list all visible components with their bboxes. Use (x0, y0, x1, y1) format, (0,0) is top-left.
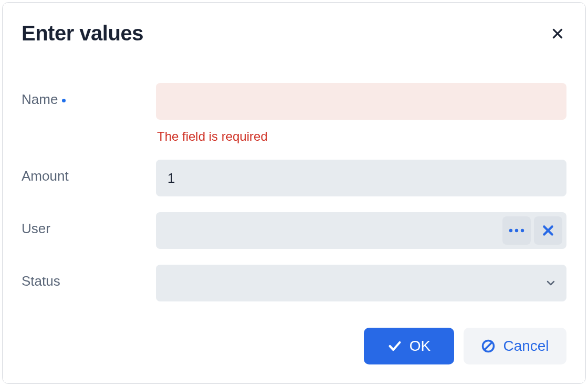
name-error-text: The field is required (157, 129, 566, 144)
svg-point-4 (521, 229, 524, 232)
name-input[interactable] (156, 83, 566, 120)
name-control: The field is required (156, 83, 566, 144)
ellipsis-icon (508, 228, 526, 233)
amount-input[interactable] (156, 160, 566, 196)
user-picker[interactable] (156, 212, 566, 249)
dialog-title: Enter values (22, 22, 143, 45)
svg-line-8 (485, 342, 492, 350)
user-label: User (22, 212, 156, 237)
amount-label: Amount (22, 160, 156, 184)
svg-point-2 (509, 229, 512, 232)
amount-control (156, 160, 566, 196)
close-button[interactable] (549, 25, 566, 43)
cancel-icon (481, 339, 496, 353)
dialog-footer: OK Cancel (364, 328, 566, 364)
status-select[interactable] (156, 265, 566, 301)
form-row-status: Status (22, 265, 566, 301)
name-label: Name (22, 83, 156, 108)
ok-button[interactable]: OK (364, 328, 454, 364)
form-row-amount: Amount (22, 160, 566, 196)
form-row-name: Name The field is required (22, 83, 566, 144)
svg-point-3 (515, 229, 518, 232)
close-icon (551, 27, 564, 40)
status-label: Status (22, 265, 156, 289)
check-icon (387, 339, 402, 353)
status-control (156, 265, 566, 301)
form-row-user: User (22, 212, 566, 249)
required-indicator-icon (62, 99, 66, 102)
user-control (156, 212, 566, 249)
user-input[interactable] (167, 212, 499, 249)
chevron-down-icon (544, 277, 557, 289)
cancel-button[interactable]: Cancel (464, 328, 566, 364)
user-lookup-button[interactable] (502, 216, 531, 245)
dialog-header: Enter values (22, 22, 566, 45)
clear-icon (541, 224, 555, 237)
dialog: Enter values Name The field is required … (2, 2, 586, 384)
user-clear-button[interactable] (534, 216, 562, 245)
